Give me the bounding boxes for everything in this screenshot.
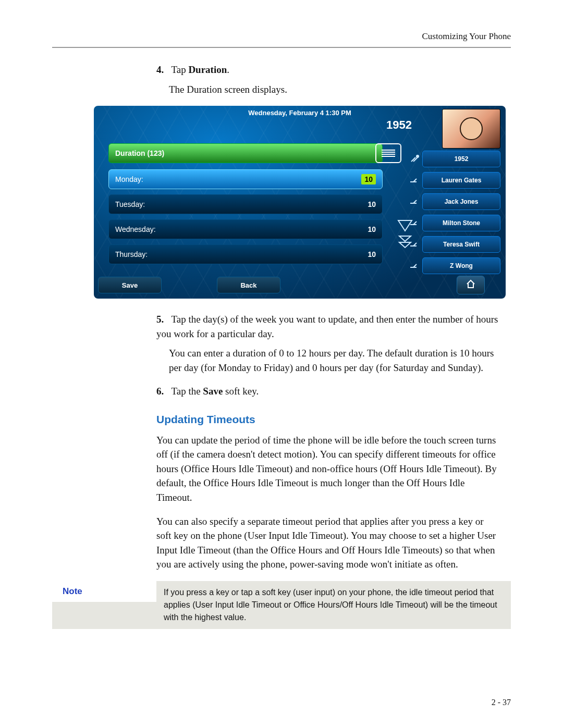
presence-icon xyxy=(409,196,420,206)
section-paragraph-1: You can update the period of time the ph… xyxy=(156,433,500,505)
speed-dial-milton[interactable]: Milton Stone xyxy=(422,215,500,231)
phone-screenshot: Wednesday, February 4 1:30 PM 1952 Durat… xyxy=(94,106,500,299)
day-label: Monday: xyxy=(115,175,143,183)
presence-icon xyxy=(409,260,420,270)
extension-number: 1952 xyxy=(386,118,412,132)
note-body: If you press a key or tap a soft key (us… xyxy=(156,581,511,629)
step-5-followup: You can enter a duration of 0 to 12 hour… xyxy=(169,346,500,375)
step-bold: Save xyxy=(203,386,223,397)
softkey-back[interactable]: Back xyxy=(217,277,280,293)
phone-screen: Wednesday, February 4 1:30 PM 1952 Durat… xyxy=(94,106,506,299)
running-head: Customizing Your Phone xyxy=(52,31,511,42)
day-row-thursday[interactable]: Thursday: 10 xyxy=(108,244,383,264)
speed-dial-1952[interactable]: 1952 xyxy=(422,151,500,167)
step-text-tail: soft key. xyxy=(223,386,259,397)
horizontal-rule xyxy=(52,47,511,48)
note-block: Note If you press a key or tap a soft ke… xyxy=(52,581,511,629)
day-label: Wednesday: xyxy=(115,225,156,233)
speed-dial-jack[interactable]: Jack Jones xyxy=(422,193,500,210)
softkey-bar: Save Back xyxy=(98,277,501,294)
speed-dial-label: Milton Stone xyxy=(443,219,480,227)
day-label: Tuesday: xyxy=(115,200,145,208)
speed-dial-label: 1952 xyxy=(455,155,469,163)
softkey-label: Back xyxy=(240,281,256,289)
step-5: 5. Tap the day(s) of the week you want t… xyxy=(156,312,500,341)
step-number: 4. xyxy=(156,63,169,77)
step-text: Tap xyxy=(171,64,188,75)
presence-icon xyxy=(409,175,420,185)
step-4-followup: The Duration screen displays. xyxy=(169,82,500,97)
page-number: 2 - 37 xyxy=(492,698,511,707)
step-number: 5. xyxy=(156,312,169,327)
speed-dial-column: 1952 Lauren Gates Jack Jones Milton Ston… xyxy=(422,151,500,279)
speed-dial-label: Lauren Gates xyxy=(442,177,482,184)
note-label: Note xyxy=(52,581,156,602)
body-column: 4. Tap Duration. The Duration screen dis… xyxy=(156,63,500,572)
presence-icon xyxy=(409,239,420,249)
speed-dial-label: Teresa Swift xyxy=(443,241,480,248)
speed-dial-teresa[interactable]: Teresa Swift xyxy=(422,236,500,253)
speed-dial-label: Jack Jones xyxy=(445,198,479,205)
day-value: 10 xyxy=(368,225,376,233)
day-row-tuesday[interactable]: Tuesday: 10 xyxy=(108,194,383,214)
softkey-save[interactable]: Save xyxy=(98,277,162,293)
home-button[interactable] xyxy=(457,276,485,294)
panel-header[interactable]: Duration (123) xyxy=(108,143,383,163)
day-label: Thursday: xyxy=(115,250,148,258)
avatar xyxy=(442,109,500,149)
step-bold: Duration xyxy=(188,64,227,75)
manual-page: Customizing Your Phone 4. Tap Duration. … xyxy=(0,0,563,728)
day-value: 10 xyxy=(361,174,376,184)
presence-icon xyxy=(409,153,420,164)
speed-dial-label: Z Wong xyxy=(450,262,473,269)
day-row-monday[interactable]: Monday: 10 xyxy=(108,169,383,189)
day-row-wednesday[interactable]: Wednesday: 10 xyxy=(108,219,383,239)
day-value: 10 xyxy=(368,200,376,208)
panel-header-label: Duration (123) xyxy=(115,149,164,157)
home-icon xyxy=(466,279,476,291)
speed-dial-lauren[interactable]: Lauren Gates xyxy=(422,172,500,189)
day-value: 10 xyxy=(368,250,376,258)
step-text-tail: . xyxy=(227,64,229,75)
section-paragraph-2: You can also specify a separate timeout … xyxy=(156,514,500,572)
speed-dial-zwong[interactable]: Z Wong xyxy=(422,257,500,274)
svg-point-3 xyxy=(416,155,419,158)
step-number: 6. xyxy=(156,384,169,399)
avatar-face xyxy=(460,117,483,140)
step-text: Tap the xyxy=(171,386,203,397)
step-4: 4. Tap Duration. xyxy=(156,63,500,77)
presence-icon xyxy=(409,217,420,228)
section-heading: Updating Timeouts xyxy=(156,413,500,426)
softkey-label: Save xyxy=(122,281,138,289)
step-6: 6. Tap the Save soft key. xyxy=(156,384,500,399)
keyboard-icon[interactable] xyxy=(375,143,401,163)
step-text: Tap the day(s) of the week you want to u… xyxy=(156,314,498,339)
